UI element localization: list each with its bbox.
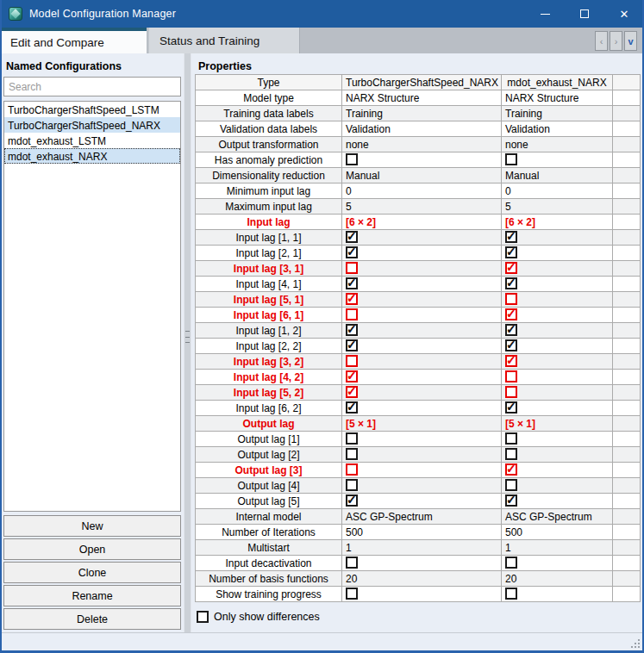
- checkbox-checked-icon[interactable]: [505, 463, 517, 476]
- checkbox-unchecked-icon[interactable]: [505, 386, 517, 398]
- property-value[interactable]: [502, 354, 613, 370]
- property-value[interactable]: 0: [502, 183, 613, 199]
- property-value[interactable]: [502, 587, 613, 602]
- checkbox-checked-icon[interactable]: [505, 262, 517, 274]
- property-value[interactable]: [342, 432, 502, 447]
- property-value[interactable]: [342, 385, 502, 401]
- property-value[interactable]: 1: [342, 540, 502, 556]
- resize-grip[interactable]: [631, 639, 640, 648]
- property-value[interactable]: 500: [502, 525, 613, 540]
- property-value[interactable]: [502, 339, 613, 354]
- checkbox-unchecked-icon[interactable]: [505, 153, 517, 165]
- property-value[interactable]: Validation: [342, 121, 502, 137]
- checkbox-checked-icon[interactable]: [505, 277, 517, 289]
- property-value[interactable]: [502, 370, 613, 385]
- property-value[interactable]: [502, 152, 613, 168]
- property-value[interactable]: NARX Structure: [502, 90, 613, 106]
- property-value[interactable]: [342, 556, 502, 571]
- minimize-button[interactable]: [525, 0, 565, 28]
- checkbox-unchecked-icon[interactable]: [505, 448, 517, 460]
- new-button[interactable]: New: [3, 515, 181, 537]
- checkbox-unchecked-icon[interactable]: [346, 432, 358, 445]
- checkbox-unchecked-icon[interactable]: [346, 153, 358, 165]
- clone-button[interactable]: Clone: [3, 562, 181, 583]
- checkbox-checked-icon[interactable]: [505, 401, 517, 414]
- config-list-item[interactable]: TurboChargerShaftSpeed_LSTM: [4, 102, 180, 117]
- checkbox-checked-icon[interactable]: [346, 246, 358, 258]
- checkbox-checked-icon[interactable]: [346, 370, 358, 382]
- property-value[interactable]: [342, 152, 502, 168]
- property-value[interactable]: [6 × 2]: [342, 215, 502, 230]
- property-value[interactable]: Training: [342, 106, 502, 121]
- checkbox-unchecked-icon[interactable]: [505, 370, 517, 382]
- property-value[interactable]: none: [502, 137, 613, 152]
- maximize-button[interactable]: [565, 0, 604, 28]
- property-value[interactable]: ASC GP-Spectrum: [342, 509, 502, 525]
- property-value[interactable]: [342, 308, 502, 323]
- tab-status-and-training[interactable]: Status and Training: [148, 28, 300, 53]
- config-list-item[interactable]: mdot_exhaust_NARX: [4, 148, 180, 164]
- property-value[interactable]: [502, 478, 613, 494]
- panel-splitter[interactable]: [184, 53, 191, 632]
- property-value[interactable]: [5 × 1]: [502, 416, 613, 432]
- checkbox-checked-icon[interactable]: [505, 246, 517, 258]
- property-value[interactable]: [342, 478, 502, 494]
- checkbox-unchecked-icon[interactable]: [505, 479, 517, 491]
- property-value[interactable]: [342, 494, 502, 509]
- property-value[interactable]: [342, 447, 502, 463]
- property-value[interactable]: [502, 463, 613, 478]
- property-value[interactable]: [342, 354, 502, 370]
- tab-scroll-left-button[interactable]: ‹: [595, 31, 608, 51]
- checkbox-checked-icon[interactable]: [346, 401, 358, 414]
- checkbox-unchecked-icon[interactable]: [346, 479, 358, 491]
- property-value[interactable]: [502, 432, 613, 447]
- checkbox-checked-icon[interactable]: [346, 293, 358, 305]
- property-value[interactable]: 0: [342, 183, 502, 199]
- property-value[interactable]: [502, 556, 613, 571]
- property-value[interactable]: [342, 246, 502, 261]
- search-input[interactable]: [3, 77, 181, 96]
- property-value[interactable]: [502, 246, 613, 261]
- property-value[interactable]: NARX Structure: [342, 90, 502, 106]
- property-value[interactable]: 500: [342, 525, 502, 540]
- checkbox-checked-icon[interactable]: [505, 494, 517, 507]
- checkbox-checked-icon[interactable]: [505, 355, 517, 367]
- property-value[interactable]: [342, 463, 502, 478]
- property-value[interactable]: [502, 292, 613, 308]
- property-value[interactable]: 1: [502, 540, 613, 556]
- property-value[interactable]: none: [342, 137, 502, 152]
- property-value[interactable]: [342, 401, 502, 416]
- property-value[interactable]: [502, 277, 613, 292]
- checkbox-unchecked-icon[interactable]: [346, 448, 358, 460]
- property-value[interactable]: 5: [502, 199, 613, 215]
- checkbox-checked-icon[interactable]: [505, 339, 517, 351]
- checkbox-unchecked-icon[interactable]: [505, 557, 517, 569]
- property-value[interactable]: Validation: [502, 121, 613, 137]
- property-value[interactable]: [342, 339, 502, 354]
- checkbox-checked-icon[interactable]: [346, 386, 358, 398]
- checkbox-checked-icon[interactable]: [346, 277, 358, 289]
- property-value[interactable]: [502, 308, 613, 323]
- checkbox-unchecked-icon[interactable]: [505, 432, 517, 445]
- property-value[interactable]: [342, 323, 502, 339]
- config-list-item[interactable]: TurboChargerShaftSpeed_NARX: [4, 117, 180, 133]
- checkbox-checked-icon[interactable]: [346, 339, 358, 351]
- only-show-differences-checkbox[interactable]: [197, 611, 209, 623]
- delete-button[interactable]: Delete: [3, 608, 181, 630]
- open-button[interactable]: Open: [3, 538, 181, 560]
- property-value[interactable]: Manual: [342, 168, 502, 183]
- checkbox-unchecked-icon[interactable]: [346, 262, 358, 274]
- checkbox-unchecked-icon[interactable]: [346, 588, 358, 600]
- checkbox-checked-icon[interactable]: [505, 231, 517, 243]
- property-value[interactable]: [342, 292, 502, 308]
- property-value[interactable]: [502, 447, 613, 463]
- property-value[interactable]: [342, 587, 502, 602]
- property-value[interactable]: Manual: [502, 168, 613, 183]
- tab-list-dropdown-button[interactable]: v: [624, 31, 637, 51]
- property-value[interactable]: [502, 230, 613, 246]
- rename-button[interactable]: Rename: [3, 585, 181, 606]
- checkbox-checked-icon[interactable]: [346, 231, 358, 243]
- tab-scroll-right-button[interactable]: ›: [610, 31, 622, 51]
- property-value[interactable]: [342, 261, 502, 277]
- property-value[interactable]: 20: [502, 571, 613, 587]
